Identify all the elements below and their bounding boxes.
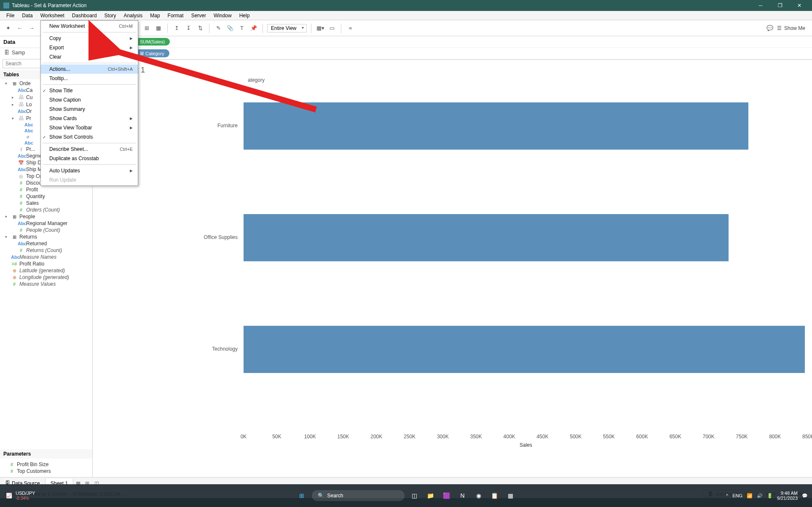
show-me-button[interactable]: Show Me [784,25,805,31]
menu-item-clear[interactable]: Clear▶ [41,52,138,62]
field-measure-values[interactable]: #Measure Values [0,281,92,287]
back-button[interactable]: ← [15,24,24,33]
field-returned[interactable]: AbcReturned [0,240,92,247]
stock-widget-icon[interactable]: 📈 [6,493,12,499]
x-tick: 350K [470,434,482,440]
minimize-button[interactable]: ─ [755,3,766,8]
menu-item-new-worksheet[interactable]: New WorksheetCtrl+M [41,21,138,31]
clock[interactable]: 9:48 AM 9/21/2023 [777,491,798,501]
x-tick: 0K [241,434,247,440]
menu-window[interactable]: Window [210,12,236,19]
menu-map[interactable]: Map [146,12,163,19]
field-people[interactable]: ▾⊞People [0,213,92,220]
explorer-icon[interactable]: 📁 [425,490,437,502]
field-quantity[interactable]: #Quantity [0,193,92,200]
volume-icon[interactable]: 🔊 [757,493,763,499]
rows-pill-category[interactable]: ⊞Category [135,49,169,57]
chart-viz[interactable]: ategory FurnitureOffice SuppliesTechnolo… [117,77,809,456]
notifications-icon[interactable]: 💬 [802,493,808,499]
sort-desc-button[interactable]: ↧ [184,24,193,33]
columns-shelf[interactable]: ⦀Columns SUM(Sales) [93,36,812,48]
param-top-customers[interactable]: #Top Customers [3,468,89,475]
field-returns-count-[interactable]: #Returns (Count) [0,247,92,254]
field-regional-manager[interactable]: AbcRegional Manager [0,220,92,227]
tray-chevron-icon[interactable]: ^ [726,493,728,498]
field-people-count-[interactable]: #People (Count) [0,227,92,233]
menu-bar: FileDataWorksheetDashboardStoryAnalysisM… [0,11,812,20]
menu-analysis[interactable]: Analysis [120,12,147,19]
menu-item-show-cards[interactable]: Show Cards▶ [41,114,138,123]
menu-item-auto-updates[interactable]: Auto Updates▶ [41,166,138,175]
menu-file[interactable]: File [3,12,18,19]
menu-item-copy[interactable]: Copy▶ [41,34,138,43]
x-tick: 500K [570,434,582,440]
pin2-button[interactable]: 📌 [249,24,258,33]
presentation-button[interactable]: ▭ [327,24,337,33]
group-button[interactable]: ⊞ [142,24,151,33]
menu-item-describe-sheet-[interactable]: Describe Sheet...Ctrl+E [41,145,138,154]
menu-item-show-title[interactable]: ✓Show Title [41,86,138,95]
stock-widget[interactable]: USD/JPY -0.34% [16,491,35,500]
menu-item-show-caption[interactable]: Show Caption [41,95,138,105]
guide-icon[interactable]: 💬 [765,24,774,33]
sort-asc-button[interactable]: ↥ [172,24,181,33]
language-indicator[interactable]: ENG [732,493,742,498]
fit-dropdown[interactable]: Entire View [267,24,307,32]
columns-pill-sum-sales[interactable]: SUM(Sales) [135,38,170,46]
bar-furniture[interactable] [244,102,748,150]
menu-item-export[interactable]: Export▶ [41,43,138,52]
label-button[interactable]: T [237,24,247,33]
x-tick: 450K [536,434,548,440]
battery-icon[interactable]: 🔋 [767,493,773,499]
notion-icon[interactable]: N [457,490,469,502]
app-icon [3,3,9,8]
start-button[interactable]: ⊞ [296,490,308,502]
field-returns[interactable]: ▾⊞Returns [0,233,92,240]
show-mark-button[interactable]: ▦ [154,24,163,33]
share-button[interactable]: ∝ [346,24,355,33]
task-view-icon[interactable]: ◫ [409,490,421,502]
menu-item-show-sort-controls[interactable]: ✓Show Sort Controls [41,132,138,142]
field-orders-count-[interactable]: #Orders (Count) [0,207,92,213]
app-icon-1[interactable]: 🟪 [441,490,453,502]
tableau-logo-icon[interactable]: ✦ [3,24,13,33]
maximize-button[interactable]: ❐ [774,3,786,8]
menu-dashboard[interactable]: Dashboard [68,12,101,19]
field-measure-names[interactable]: AbcMeasure Names [0,254,92,260]
app-icon-2[interactable]: 📋 [489,490,501,502]
field-longitude-generated-[interactable]: ⊕Longitude (generated) [0,274,92,281]
field-latitude-generated-[interactable]: ⊕Latitude (generated) [0,267,92,274]
sort-button[interactable]: ⇅ [196,24,205,33]
pin-button[interactable]: 📎 [225,24,235,33]
taskbar-search[interactable]: 🔍 Search [312,490,405,501]
field-profit[interactable]: #Profit [0,186,92,193]
sheet-title[interactable]: Sheet 1 [117,63,809,77]
tableau-taskbar-icon[interactable]: ▦ [505,490,517,502]
windows-taskbar: 📈 USD/JPY -0.34% ⊞ 🔍 Search ◫ 📁 🟪 N ◉ 📋 … [0,484,812,507]
bar-technology[interactable] [244,326,805,373]
close-button[interactable]: ✕ [793,3,805,8]
menu-item-show-summary[interactable]: Show Summary [41,105,138,114]
x-tick: 650K [670,434,681,440]
param-profit-bin-size[interactable]: #Profit Bin Size [3,461,89,468]
field-sales[interactable]: #Sales [0,200,92,207]
highlight-button[interactable]: ✎ [214,24,223,33]
menu-help[interactable]: Help [236,12,254,19]
field-profit-ratio[interactable]: =#Profit Ratio [0,260,92,267]
menu-item-tooltip-[interactable]: Tooltip... [41,74,138,83]
menu-item-duplicate-as-crosstab[interactable]: Duplicate as Crosstab [41,154,138,163]
menu-server[interactable]: Server [188,12,210,19]
cards-button[interactable]: ▦▾ [316,24,325,33]
bar-office-supplies[interactable] [244,214,729,261]
wifi-icon[interactable]: 📶 [747,493,753,499]
menu-data[interactable]: Data [18,12,36,19]
menu-worksheet[interactable]: Worksheet [37,12,68,19]
menu-story[interactable]: Story [101,12,120,19]
rows-shelf[interactable]: ≡Rows ⊞Category [93,48,812,59]
chrome-icon[interactable]: ◉ [473,490,485,502]
menu-item-actions-[interactable]: Actions...Ctrl+Shift+A [41,64,138,74]
forward-button[interactable]: → [27,24,36,33]
stock-change: -0.34% [16,496,35,501]
menu-item-show-view-toolbar[interactable]: Show View Toolbar▶ [41,123,138,132]
menu-format[interactable]: Format [164,12,188,19]
